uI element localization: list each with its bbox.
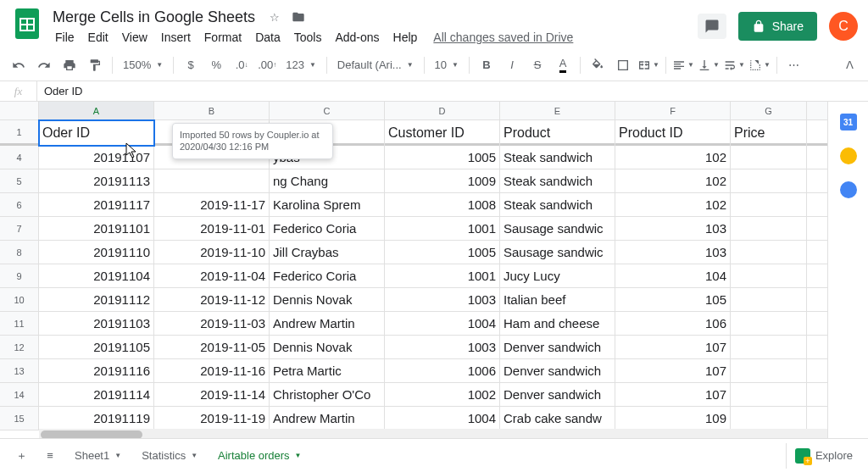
table-row[interactable]: 10201911122019-11-12Dennis Novak1003Ital… bbox=[0, 288, 827, 312]
table-row[interactable]: 420191107ybas1005Steak sandwich102 bbox=[0, 146, 827, 169]
v-align-button[interactable]: ▼ bbox=[697, 54, 721, 76]
wrap-button[interactable]: ▼ bbox=[722, 54, 746, 76]
cell-a1[interactable]: Oder ID bbox=[39, 120, 154, 146]
explore-button[interactable]: Explore bbox=[786, 443, 861, 469]
row-header[interactable]: 4 bbox=[0, 146, 39, 169]
col-header-g[interactable]: G bbox=[731, 102, 807, 119]
save-status[interactable]: All changes saved in Drive bbox=[433, 31, 573, 44]
spreadsheet-grid[interactable]: A B C D E F G 1 Oder ID her name Custome… bbox=[0, 102, 827, 441]
undo-button[interactable] bbox=[7, 54, 31, 76]
col-header-a[interactable]: A bbox=[39, 102, 154, 119]
strikethrough-button[interactable]: S bbox=[526, 54, 549, 76]
tab-airtable-orders[interactable]: Airtable orders▼ bbox=[208, 443, 311, 469]
row-header[interactable]: 13 bbox=[0, 359, 39, 382]
menu-view[interactable]: View bbox=[116, 29, 153, 46]
italic-button[interactable]: I bbox=[500, 54, 524, 76]
paint-format-button[interactable] bbox=[83, 54, 107, 76]
row-header[interactable]: 10 bbox=[0, 288, 39, 311]
table-row[interactable]: 12201911052019-11-05Dennis Novak1003Denv… bbox=[0, 336, 827, 359]
decrease-decimal-button[interactable]: .0↓ bbox=[230, 54, 253, 76]
row-header[interactable]: 12 bbox=[0, 336, 39, 358]
tasks-icon[interactable] bbox=[840, 181, 857, 198]
number-format-dropdown[interactable]: 123▼ bbox=[281, 54, 321, 76]
row-header[interactable]: 8 bbox=[0, 241, 39, 264]
font-size-dropdown[interactable]: 10▼ bbox=[430, 54, 464, 76]
table-row[interactable]: 15201911192019-11-19Andrew Martin1004Cra… bbox=[0, 407, 827, 430]
document-title[interactable]: Merge Cells in Google Sheets bbox=[49, 8, 259, 27]
all-sheets-button[interactable]: ≡ bbox=[36, 443, 64, 469]
sheets-logo-icon[interactable] bbox=[10, 7, 44, 41]
col-header-d[interactable]: D bbox=[385, 102, 500, 119]
keep-icon[interactable] bbox=[840, 147, 857, 164]
toolbar: 150%▼ $ % .0↓ .00↑ 123▼ Default (Ari...▼… bbox=[0, 49, 868, 81]
table-row[interactable]: 9201911042019-11-04Federico Coria1001Juc… bbox=[0, 264, 827, 288]
menu-insert[interactable]: Insert bbox=[155, 29, 197, 46]
row-header[interactable]: 11 bbox=[0, 312, 39, 335]
merge-button[interactable]: ▼ bbox=[637, 54, 660, 76]
table-row[interactable]: 13201911162019-11-16Petra Martic1006Denv… bbox=[0, 359, 827, 383]
redo-button[interactable] bbox=[32, 54, 56, 76]
more-button[interactable]: ⋯ bbox=[782, 54, 806, 76]
print-button[interactable] bbox=[58, 54, 81, 76]
text-color-button[interactable]: A bbox=[551, 54, 575, 76]
menu-tools[interactable]: Tools bbox=[288, 29, 328, 46]
col-header-e[interactable]: E bbox=[500, 102, 615, 119]
side-panel: 31 bbox=[827, 102, 868, 441]
formula-bar[interactable]: Oder ID bbox=[37, 85, 83, 97]
table-row[interactable]: 8201911102019-11-10Jill Craybas1005Sausa… bbox=[0, 241, 827, 264]
row-header[interactable]: 5 bbox=[0, 169, 39, 192]
cell-note-tooltip: Imported 50 rows by Coupler.io at 2020/0… bbox=[172, 123, 333, 159]
table-row[interactable]: 7201911012019-11-01Federico Coria1001Sau… bbox=[0, 217, 827, 241]
table-row[interactable]: 14201911142019-11-14Christopher O'Co1002… bbox=[0, 383, 827, 407]
account-avatar[interactable]: C bbox=[829, 12, 858, 41]
tab-sheet1[interactable]: Sheet1▼ bbox=[64, 443, 131, 469]
currency-button[interactable]: $ bbox=[179, 54, 203, 76]
table-row[interactable]: 6201911172019-11-17Karolina Sprem1008Ste… bbox=[0, 193, 827, 217]
menu-help[interactable]: Help bbox=[387, 29, 424, 46]
row-header[interactable]: 14 bbox=[0, 383, 39, 406]
explore-icon bbox=[795, 448, 810, 464]
menu-data[interactable]: Data bbox=[249, 29, 287, 46]
fill-color-button[interactable] bbox=[586, 54, 609, 76]
font-dropdown[interactable]: Default (Ari...▼ bbox=[332, 54, 419, 76]
increase-decimal-button[interactable]: .00↑ bbox=[255, 54, 279, 76]
table-row[interactable]: 11201911032019-11-03Andrew Martin1004Ham… bbox=[0, 312, 827, 336]
menu-edit[interactable]: Edit bbox=[82, 29, 114, 46]
row-header[interactable]: 9 bbox=[0, 264, 39, 287]
row-header[interactable]: 7 bbox=[0, 217, 39, 240]
fx-label: fx bbox=[0, 81, 37, 101]
frozen-row[interactable]: 1 Oder ID her name Customer ID Product P… bbox=[0, 120, 827, 146]
tab-statistics[interactable]: Statistics▼ bbox=[131, 443, 208, 469]
zoom-dropdown[interactable]: 150%▼ bbox=[118, 54, 168, 76]
menu-format[interactable]: Format bbox=[198, 29, 248, 46]
share-button[interactable]: Share bbox=[738, 12, 817, 41]
table-row[interactable]: 520191113ng Chang1009Steak sandwich102 bbox=[0, 169, 827, 193]
collapse-toolbar-button[interactable]: ᐱ bbox=[837, 54, 861, 76]
row-header[interactable]: 6 bbox=[0, 193, 39, 216]
borders-button[interactable] bbox=[611, 54, 635, 76]
rotate-button[interactable]: ▼ bbox=[748, 54, 771, 76]
h-align-button[interactable]: ▼ bbox=[671, 54, 695, 76]
row-header[interactable]: 1 bbox=[0, 120, 39, 143]
row-header[interactable]: 15 bbox=[0, 407, 39, 430]
col-header-b[interactable]: B bbox=[154, 102, 270, 119]
move-icon[interactable] bbox=[291, 9, 306, 25]
comments-button[interactable] bbox=[698, 14, 726, 39]
star-icon[interactable]: ☆ bbox=[267, 9, 282, 25]
share-label: Share bbox=[772, 19, 804, 33]
col-header-f[interactable]: F bbox=[615, 102, 731, 119]
menu-addons[interactable]: Add-ons bbox=[329, 29, 385, 46]
menu-file[interactable]: File bbox=[49, 29, 81, 46]
bold-button[interactable]: B bbox=[475, 54, 498, 76]
add-sheet-button[interactable]: ＋ bbox=[7, 443, 36, 469]
percent-button[interactable]: % bbox=[204, 54, 228, 76]
col-header-c[interactable]: C bbox=[270, 102, 385, 119]
calendar-icon[interactable]: 31 bbox=[840, 114, 857, 130]
select-all-corner[interactable] bbox=[0, 102, 39, 119]
